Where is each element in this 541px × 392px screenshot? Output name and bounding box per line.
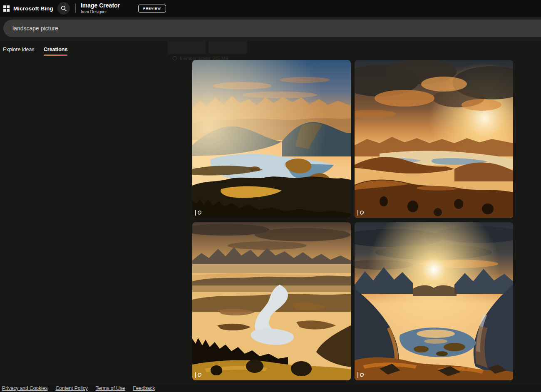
bing-watermark-icon <box>195 209 203 216</box>
tab-explore-ideas[interactable]: Explore ideas <box>3 47 35 56</box>
app-title-block[interactable]: Image Creator from Designer <box>81 2 120 14</box>
bing-watermark-icon <box>357 372 365 378</box>
tab-creations[interactable]: Creations <box>44 47 68 56</box>
gallery-tabs: Explore ideas Creations <box>3 47 67 56</box>
search-row <box>0 17 541 41</box>
generated-image-4[interactable] <box>355 222 513 380</box>
info-ring-icon <box>173 56 177 60</box>
footer-link-terms[interactable]: Terms of Use <box>96 385 125 391</box>
footer-link-feedback[interactable]: Feedback <box>133 385 155 391</box>
microsoft-logo-icon <box>3 5 10 12</box>
bing-home-link[interactable]: Microsoft Bing <box>3 5 53 12</box>
active-tab-underline <box>44 55 68 56</box>
preview-badge: PREVIEW <box>138 5 166 12</box>
bing-watermark-icon <box>195 372 203 378</box>
prompt-search-input[interactable] <box>3 20 541 37</box>
generated-image-2[interactable] <box>355 60 513 218</box>
brand-text: Microsoft Bing <box>13 5 53 12</box>
search-icon <box>61 5 67 11</box>
creations-grid <box>192 60 513 380</box>
generated-image-1[interactable] <box>192 60 351 218</box>
header-divider <box>75 4 76 13</box>
landscape-art-3 <box>192 222 351 380</box>
search-button[interactable] <box>57 2 70 15</box>
bing-image-creator-page: Memory usage: 285 MB Microsoft Bing Imag… <box>0 0 541 392</box>
footer: Privacy and Cookies Content Policy Terms… <box>0 385 541 392</box>
footer-link-content-policy[interactable]: Content Policy <box>55 385 87 391</box>
landscape-art-1 <box>192 60 351 218</box>
footer-link-privacy[interactable]: Privacy and Cookies <box>2 385 47 391</box>
app-title: Image Creator <box>81 2 120 9</box>
bing-watermark-icon <box>357 209 365 216</box>
landscape-art-2 <box>355 60 513 218</box>
top-header: Microsoft Bing Image Creator from Design… <box>0 0 541 17</box>
app-subtitle: from Designer <box>81 10 120 14</box>
generated-image-3[interactable] <box>192 222 351 380</box>
landscape-art-4 <box>355 222 513 380</box>
